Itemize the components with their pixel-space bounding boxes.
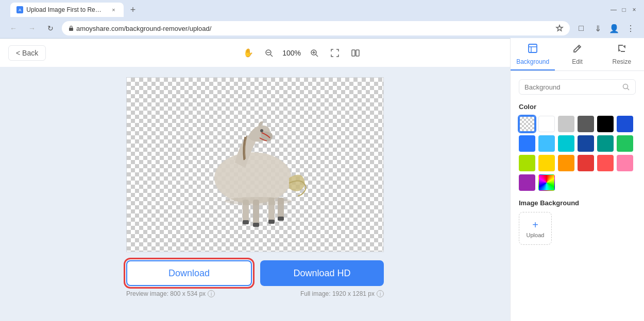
panel-tab-bar: Background Edit Resize <box>511 38 644 67</box>
url-display: amoyshare.com/background-remover/upload/ <box>76 25 211 32</box>
tab-close-btn[interactable]: × <box>110 6 117 14</box>
browser-chrome: A Upload Image First to Remove × + — □ ×… <box>0 0 644 39</box>
compare-btn[interactable] <box>347 45 364 61</box>
tab-background[interactable]: Background <box>511 38 555 67</box>
profile-btn[interactable]: 👤 <box>607 21 621 35</box>
tab-title: Upload Image First to Remove <box>26 6 106 13</box>
back-nav-btn[interactable]: ← <box>6 21 21 35</box>
url-bar-inner: amoyshare.com/background-remover/upload/ <box>68 25 552 32</box>
close-btn[interactable]: × <box>631 6 638 13</box>
svg-rect-10 <box>356 50 359 56</box>
toolbar-center: ✋ 100% <box>52 45 552 61</box>
svg-marker-1 <box>556 25 563 31</box>
svg-rect-11 <box>529 44 537 52</box>
back-button[interactable]: < Back <box>8 45 46 61</box>
zoom-out-btn[interactable] <box>261 45 277 61</box>
window-controls: — □ × <box>610 6 638 13</box>
fullscreen-btn[interactable] <box>327 45 343 61</box>
extensions-btn[interactable]: □ <box>574 21 588 35</box>
edit-tab-label: Edit <box>572 58 583 65</box>
tab-favicon: A <box>16 6 23 13</box>
refresh-btn[interactable]: ↻ <box>43 21 58 35</box>
hand-tool-btn[interactable]: ✋ <box>240 45 257 61</box>
menu-btn[interactable]: ⋮ <box>623 21 638 35</box>
tab-bar: A Upload Image First to Remove × + <box>6 3 144 17</box>
url-bar[interactable]: amoyshare.com/background-remover/upload/ <box>62 21 570 35</box>
edit-tab-icon <box>572 43 582 56</box>
forward-nav-btn[interactable]: → <box>25 21 39 35</box>
star-icon[interactable] <box>555 24 564 32</box>
zoom-in-btn[interactable] <box>306 45 323 61</box>
maximize-btn[interactable]: □ <box>620 6 628 13</box>
title-bar: A Upload Image First to Remove × + — □ × <box>0 0 644 20</box>
background-tab-label: Background <box>516 58 549 65</box>
address-bar: ← → ↻ amoyshare.com/background-remover/u… <box>0 20 644 38</box>
svg-rect-0 <box>69 28 73 31</box>
main-area: Download Download HD Preview image: 800 … <box>0 67 510 67</box>
tab-edit[interactable]: Edit <box>555 38 599 67</box>
right-panel: Background Edit Resize Color <box>510 38 644 67</box>
svg-line-6 <box>316 55 318 57</box>
svg-rect-9 <box>352 50 355 56</box>
browser-action-buttons: □ ⇓ 👤 ⋮ <box>574 21 638 35</box>
minimize-btn[interactable]: — <box>610 6 617 13</box>
resize-tab-icon <box>617 43 627 56</box>
svg-line-3 <box>270 55 273 57</box>
lock-icon <box>68 25 74 31</box>
tab-resize[interactable]: Resize <box>600 38 644 67</box>
download-browser-btn[interactable]: ⇓ <box>590 21 605 35</box>
active-tab[interactable]: A Upload Image First to Remove × <box>10 3 124 17</box>
background-tab-icon <box>528 43 538 56</box>
resize-tab-label: Resize <box>612 58 631 65</box>
zoom-level: 100% <box>281 49 302 57</box>
new-tab-btn[interactable]: + <box>126 3 140 17</box>
